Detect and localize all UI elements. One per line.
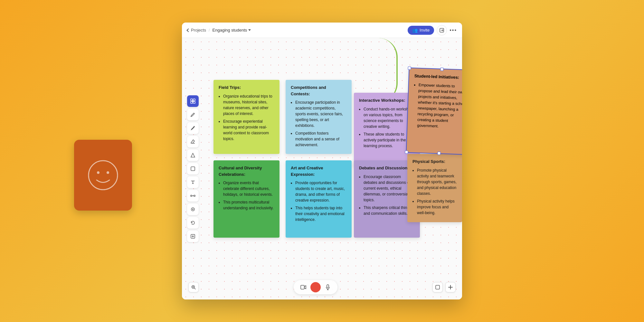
pen-icon [190,112,195,117]
art-item-2: This helps students tap into their creat… [295,205,346,223]
selection-handle-bl [405,150,408,154]
frame-view-button[interactable] [432,282,443,292]
connector-icon [190,193,195,198]
frames-tool-button[interactable] [187,95,199,107]
project-title-button[interactable]: Engaging students [213,28,251,33]
selection-handle-bm [437,152,440,155]
student-led-title: Student-led Initiatives: [414,73,462,81]
text-icon [190,180,195,185]
debates-title: Debates and Discussions: [359,165,415,171]
svg-rect-10 [191,167,195,171]
media-controls [294,280,337,294]
project-title-label: Engaging students [213,28,247,33]
svg-point-2 [107,171,109,174]
svg-rect-5 [193,99,195,101]
art-note[interactable]: Art and Creative Expression: Provide opp… [286,160,352,238]
svg-rect-12 [194,195,195,196]
left-toolbar [187,95,199,242]
pen-tool-button[interactable] [187,109,199,120]
svg-rect-11 [191,195,192,196]
top-bar: Projects / Engaging students 👥 Invite ••… [182,23,462,38]
svg-rect-7 [193,101,195,103]
add-icon [448,285,453,289]
breadcrumb-separator: / [209,28,210,33]
physical-item-1: Promote physical activity and teamwork t… [417,167,457,196]
svg-rect-19 [436,285,440,289]
physical-list: Promote physical activity and teamwork t… [412,167,457,216]
chevron-left-icon [186,28,190,32]
back-label: Projects [191,28,206,33]
share-icon [439,28,444,33]
invite-icon: 👥 [412,28,418,33]
cultural-note[interactable]: Cultural and Diversity Celebrations: Org… [213,160,279,238]
shape-icon [190,153,195,158]
physical-item-2: Physical activity helps improve focus an… [417,198,457,216]
text-tool-button[interactable] [187,176,199,188]
top-bar-left: Projects / Engaging students [187,28,404,33]
invite-button[interactable]: 👥 Invite [408,26,434,35]
mic-icon [326,284,330,290]
svg-rect-17 [301,285,304,289]
frame-add-icon [190,234,195,239]
art-title: Art and Creative Expression: [291,165,346,177]
frames-icon [190,98,196,104]
video-button[interactable] [299,283,308,292]
undo-icon [190,220,195,225]
zoom-icon [191,285,196,290]
record-button[interactable] [310,282,321,292]
competitions-item-2: Competition fosters motivation and a sen… [295,130,346,148]
field-trips-note[interactable]: Field Trips: Organize educational trips … [213,80,279,154]
zoom-button[interactable] [188,282,199,292]
undo-button[interactable] [187,217,199,229]
more-options-button[interactable]: ••• [450,27,457,33]
competitions-title: Competitions and Contests: [291,84,346,97]
cultural-item-2: This promotes multicultural understandin… [223,199,274,211]
select-icon [190,166,195,171]
field-trips-item-1: Organize educational trips to museums, h… [223,93,274,117]
art-list: Provide opportunities for students to cr… [291,180,346,223]
eraser-icon [190,139,195,144]
more-dots: ••• [450,27,457,33]
svg-point-1 [97,171,99,174]
app-window: Projects / Engaging students 👥 Invite ••… [182,23,462,299]
pencil-tool-button[interactable] [187,122,199,134]
canvas-area[interactable]: Field Trips: Organize educational trips … [182,38,462,299]
frame-view-icon [435,285,440,290]
share-button[interactable] [437,25,447,35]
workshops-title: Interactive Workshops: [359,97,415,104]
cultural-title: Cultural and Diversity Celebrations: [219,165,274,177]
bottom-right-buttons [432,282,456,292]
debates-list: Encourage classroom debates and discussi… [359,174,415,216]
svg-rect-6 [191,101,193,103]
competitions-list: Encourage participation in academic comp… [291,99,346,148]
cultural-list: Organize events that celebrate different… [219,180,274,211]
svg-point-0 [89,161,118,190]
add-button[interactable] [445,282,456,292]
student-led-list: Empower students to propose and lead the… [412,82,462,130]
competitions-note[interactable]: Competitions and Contests: Encourage par… [286,80,352,154]
pencil-icon [190,126,195,131]
smiley-face-svg [87,159,119,191]
physical-title: Physical Sports: [412,158,457,165]
svg-rect-4 [191,99,193,101]
cultural-item-1: Organize events that celebrate different… [223,180,274,197]
field-trips-title: Field Trips: [219,84,274,91]
svg-marker-9 [191,153,195,157]
shape-tool-button[interactable] [187,149,199,161]
connector-tool-button[interactable] [187,190,199,202]
physical-note[interactable]: Physical Sports: Promote physical activi… [407,154,462,222]
selection-handle-tl [408,66,411,70]
eraser-tool-button[interactable] [187,136,199,147]
mic-button[interactable] [323,283,332,292]
select-tool-button[interactable] [187,163,199,175]
student-led-note[interactable]: ↔ Student-led Initiatives: Empower stude… [406,68,462,155]
cursor-tool-button[interactable] [187,204,199,215]
frame-add-button[interactable] [187,231,199,242]
smiley-decoration [74,140,132,211]
svg-point-14 [192,209,194,210]
svg-rect-18 [327,285,329,288]
svg-point-8 [192,100,194,102]
back-button[interactable]: Projects [187,28,206,33]
art-item-1: Provide opportunities for students to cr… [295,180,346,203]
student-led-item-1: Empower students to propose and lead the… [417,82,462,130]
